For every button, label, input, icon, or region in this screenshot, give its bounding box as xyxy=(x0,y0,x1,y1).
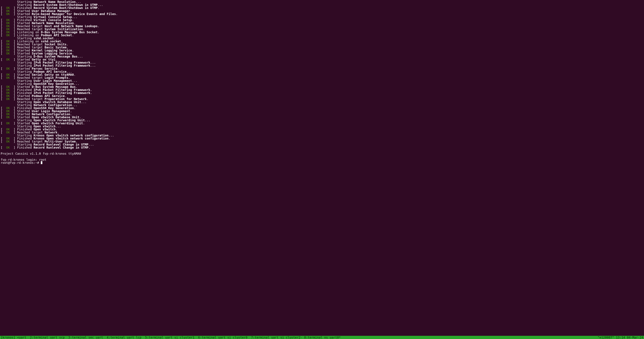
shell-prompt[interactable]: root@fvp-rd-kronos:~# xyxy=(1,161,643,164)
boot-log-line: Starting D-Bus System Message Bus... xyxy=(1,55,643,58)
boot-log-line: [ OK ] Started D-Bus System Message Bus. xyxy=(1,85,643,88)
boot-log-line: [ OK ] Finished Record System Boot/Shutd… xyxy=(1,6,643,10)
boot-log-line: [ OK ] Started Parsec Service. xyxy=(1,67,643,70)
boot-log-line: [ OK ] Started Kernel Logging Service. xyxy=(1,49,643,52)
boot-log-line: [ OK ] Reached target Multi-User System. xyxy=(1,140,643,143)
boot-log-line: Starting Record Runlevel Change in UTMP.… xyxy=(1,143,643,146)
login-line: fvp-rd-kronos login: root xyxy=(1,158,643,161)
boot-log-line: [ OK ] Reached target Socket Units. xyxy=(1,43,643,46)
boot-log-line: Starting OpenSSH Key Generation... xyxy=(1,82,643,85)
boot-log-line: Starting Open vSwitch Database Unit... xyxy=(1,100,643,104)
boot-log-line: [ OK ] Started User Login Management. xyxy=(1,110,643,113)
status-right: "e128087" 13:14 04-Mar-24 xyxy=(598,336,643,339)
status-ok: OK xyxy=(6,146,10,149)
cursor xyxy=(41,161,42,164)
boot-log-line: [ OK ] Reached target Login Prompts. xyxy=(1,76,643,79)
tmux-status-bar[interactable]: [kronos] <uart 2:terminal_uart_scp 3:ter… xyxy=(0,336,644,339)
boot-log-line: [ OK ] Finished Virtual Console Setup. xyxy=(1,18,643,22)
blank-line xyxy=(1,149,643,152)
boot-log-line: [ OK ] Reached target Host and Network N… xyxy=(1,24,643,28)
boot-log-line: [ OK ] Finished Kronos Open vSwitch netw… xyxy=(1,137,643,140)
boot-log-line: [ OK ] Finished IPv4 Packet Filtering Fr… xyxy=(1,92,643,94)
boot-log-line: Starting sshd.socket... xyxy=(1,37,643,40)
boot-log-line: [ OK ] Started Serial Getty on ttyAMA0. xyxy=(1,73,643,76)
boot-log-line: Starting Open vSwitch... xyxy=(1,125,643,128)
blank-line xyxy=(1,155,643,158)
boot-log-line: [ OK ] Listening on Podman API Socket. xyxy=(1,34,643,37)
boot-log-line: Starting Network Configuration... xyxy=(1,104,643,106)
boot-log-line: Starting Virtual Console Setup... xyxy=(1,16,643,18)
boot-log-line: [ OK ] Finished Record Runlevel Change i… xyxy=(1,146,643,149)
boot-log-line: [ OK ] Started Getty on tty1. xyxy=(1,58,643,61)
terminal-output: Starting Network Name Resolution... Star… xyxy=(0,0,644,164)
boot-log-line: Starting IPv4 Packet Filtering Framework… xyxy=(1,64,643,67)
banner-line: Project Cassini v1.1.0 fvp-rd-kronos tty… xyxy=(1,152,643,155)
boot-log-line: Starting User Login Management... xyxy=(1,79,643,82)
boot-log-line: Starting IPv6 Packet Filtering Framework… xyxy=(1,61,643,64)
boot-log-line: [ OK ] Reached target Preparation for Ne… xyxy=(1,98,643,100)
boot-log-line: [ OK ] Started System Logging Service. xyxy=(1,52,643,55)
boot-log-line: [ OK ] Started Open vSwitch Database Uni… xyxy=(1,116,643,119)
boot-log-line: [ OK ] Finished IPv6 Packet Filtering Fr… xyxy=(1,88,643,92)
boot-log-line: [ OK ] Started Open vSwitch Forwarding U… xyxy=(1,122,643,125)
boot-log-line: [ OK ] Reached target Basic System. xyxy=(1,46,643,49)
boot-log-line: [ OK ] Finished OpenSSH Key Generation. xyxy=(1,106,643,110)
terminal-screen[interactable]: Starting Network Name Resolution... Star… xyxy=(0,0,644,339)
boot-log-line: Starting Open vSwitch Forwarding Unit... xyxy=(1,119,643,122)
boot-log-line: Starting Podman API Service... xyxy=(1,70,643,73)
boot-log-line: [ OK ] Started Network Configuration. xyxy=(1,113,643,116)
terminal-empty-space[interactable] xyxy=(0,164,644,336)
boot-log-line: [ OK ] Listening on D-Bus System Message… xyxy=(1,31,643,34)
boot-log-line: [ OK ] Started Podman API Service. xyxy=(1,94,643,98)
boot-log-unit: Record Runlevel Change in UTMP xyxy=(34,146,88,149)
boot-log-line: [ OK ] Listening on sshd.socket. xyxy=(1,40,643,43)
boot-log-line: [ OK ] Finished Open vSwitch. xyxy=(1,128,643,131)
status-left[interactable]: [kronos] <uart 2:terminal_uart_scp 3:ter… xyxy=(1,336,341,339)
boot-log-line: [ OK ] Started Rule-based Manager for De… xyxy=(1,12,643,16)
